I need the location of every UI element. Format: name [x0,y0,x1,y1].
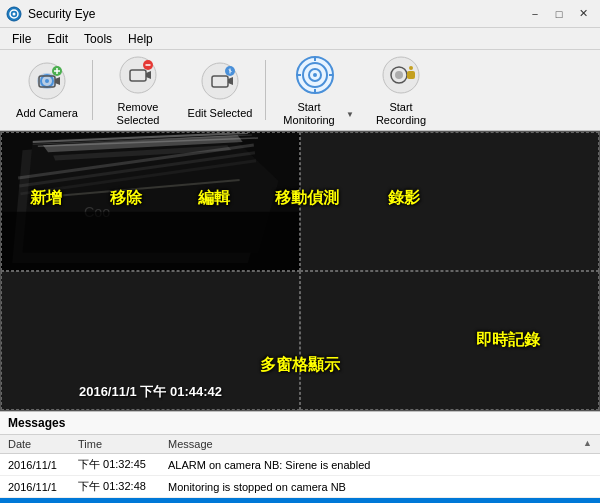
messages-table: Date Time Message ▲ 2016/11/1 下午 01:32:4… [0,435,600,503]
menu-edit[interactable]: Edit [39,30,76,48]
sep-2 [265,60,266,120]
table-row[interactable]: 2016/11/1 下午 01:32:48 Monitoring is stop… [0,476,600,498]
messages-header: Messages [0,412,600,435]
start-monitoring-button[interactable]: Start Monitoring ▼ [272,54,358,126]
app-icon [6,6,22,22]
sort-icon: ▲ [583,438,592,448]
msg-text-1: Monitoring is stopped on camera NB [160,476,600,498]
remove-selected-button[interactable]: Remove Selected [99,54,177,126]
msg-time-1: 下午 01:32:48 [70,476,160,498]
start-monitoring-label: Start Monitoring [276,101,342,127]
svg-point-6 [45,79,49,83]
msg-time-2: 下午 01:33:04 [70,498,160,504]
titlebar-title: Security Eye [28,7,95,21]
video-area: Coo 2016/11/1 下午 01:44:42 多窗格顯示 即時記錄 [0,131,600,411]
table-row[interactable]: 2016/11/1 下午 01:32:45 ALARM on camera NB… [0,454,600,476]
msg-date-2: 2016/11/1 [0,498,70,504]
close-button[interactable]: ✕ [572,5,594,23]
add-camera-icon [25,59,69,103]
app-content: Add Camera Remove Selected [0,50,600,503]
msg-text-0: ALARM on camera NB: Sirene is enabled [160,454,600,476]
add-camera-label: Add Camera [16,107,78,120]
edit-selected-label: Edit Selected [188,107,253,120]
menu-help[interactable]: Help [120,30,161,48]
svg-point-33 [395,71,403,79]
start-recording-icon [379,53,423,97]
maximize-button[interactable]: □ [548,5,570,23]
msg-date-0: 2016/11/1 [0,454,70,476]
edit-selected-icon [198,59,242,103]
col-header-date[interactable]: Date [0,435,70,454]
svg-point-26 [313,73,317,77]
video-cell-3: 2016/11/1 下午 01:44:42 [1,271,300,410]
col-header-time[interactable]: Time [70,435,160,454]
toolbar: Add Camera Remove Selected [0,50,600,131]
video-cell-4 [300,271,599,410]
messages-panel: Messages Date Time Message ▲ 2016/11/1 下… [0,411,600,503]
camera-feed-1: Coo [2,133,299,270]
menubar: File Edit Tools Help [0,28,600,50]
video-cell-2 [300,132,599,271]
col-header-message[interactable]: Message ▲ [160,435,600,454]
svg-point-2 [13,12,16,15]
minimize-button[interactable]: − [524,5,546,23]
video-timestamp: 2016/11/1 下午 01:44:42 [79,383,222,401]
menu-file[interactable]: File [4,30,39,48]
sep-1 [92,60,93,120]
titlebar: Security Eye − □ ✕ [0,0,600,28]
add-camera-button[interactable]: Add Camera [8,54,86,126]
menu-tools[interactable]: Tools [76,30,120,48]
svg-rect-34 [407,71,415,79]
messages-table-wrapper[interactable]: Date Time Message ▲ 2016/11/1 下午 01:32:4… [0,435,600,503]
titlebar-controls: − □ ✕ [524,5,594,23]
svg-point-35 [409,66,413,70]
msg-date-1: 2016/11/1 [0,476,70,498]
msg-text-2: Camera is removed: TN [160,498,600,504]
start-recording-button[interactable]: Start Recording [362,54,440,126]
monitoring-dropdown-arrow: ▼ [346,110,354,119]
start-monitoring-icon [293,53,337,97]
start-recording-label: Start Recording [366,101,436,127]
svg-rect-43 [2,212,299,270]
table-row[interactable]: 2016/11/1 下午 01:33:04 Camera is removed:… [0,498,600,504]
msg-time-0: 下午 01:32:45 [70,454,160,476]
titlebar-left: Security Eye [6,6,95,22]
remove-selected-icon [116,53,160,97]
edit-selected-button[interactable]: Edit Selected [181,54,259,126]
video-cell-1: Coo [1,132,300,271]
video-grid: Coo 2016/11/1 下午 01:44:42 [0,131,600,411]
remove-selected-label: Remove Selected [103,101,173,127]
